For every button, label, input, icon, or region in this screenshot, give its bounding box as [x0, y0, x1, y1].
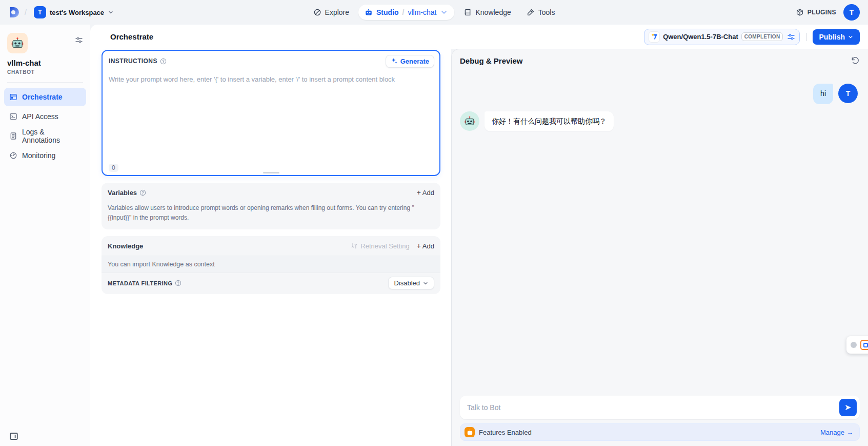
user-message-bubble: hi	[813, 84, 833, 104]
workspace-avatar: T	[34, 6, 46, 18]
metadata-filtering-select[interactable]: Disabled	[388, 277, 434, 289]
breadcrumb-separator: /	[25, 8, 27, 16]
chat-input-container	[460, 396, 860, 419]
app-name: vllm-chat	[7, 59, 83, 67]
divider	[7, 82, 83, 83]
chat-input[interactable]	[467, 403, 839, 412]
logs-icon	[9, 132, 17, 140]
app-type-label: CHATBOT	[7, 69, 83, 75]
publish-button[interactable]: Publish	[813, 29, 860, 45]
explore-icon	[313, 8, 321, 16]
plus-icon: +	[417, 189, 421, 196]
add-label: Add	[422, 242, 434, 250]
nav-knowledge-label: Knowledge	[475, 8, 511, 16]
api-access-icon	[9, 112, 17, 121]
extension-dot-icon	[851, 342, 857, 348]
nav-tools-label: Tools	[538, 8, 555, 16]
bot-message-bubble: 你好！有什么问题我可以帮助你吗？	[485, 111, 614, 132]
send-button[interactable]	[839, 399, 857, 416]
debug-preview-title: Debug & Preview	[460, 56, 523, 65]
nav-explore-label: Explore	[325, 8, 349, 16]
instructions-editor[interactable]: Write your prompt word here, enter '{' t…	[103, 69, 439, 175]
help-icon[interactable]	[139, 189, 146, 196]
sidebar-item-orchestrate[interactable]: Orchestrate	[4, 88, 86, 106]
extension-icon[interactable]	[860, 340, 868, 350]
sidebar-item-api-access[interactable]: API Access	[4, 107, 86, 126]
orchestrate-config-column: INSTRUCTIONS Generate Write your prompt …	[90, 49, 451, 446]
instructions-panel: INSTRUCTIONS Generate Write your prompt …	[102, 50, 440, 176]
add-variable-button[interactable]: + Add	[417, 189, 434, 197]
sidebar-item-logs-annotations[interactable]: Logs & Annotations	[4, 127, 86, 145]
browser-extension-widget[interactable]	[846, 336, 868, 354]
variables-title: Variables	[108, 189, 137, 197]
chevron-down-icon[interactable]	[440, 8, 448, 16]
metadata-filtering-row: METADATA FILTERING Disabled	[102, 273, 440, 294]
chat-message-list: hi T 你好！有什么问题我可以帮助你吗？	[452, 65, 868, 131]
variables-description: Variables allow users to introduce promp…	[102, 202, 430, 229]
chevron-down-icon	[108, 9, 114, 15]
app-icon[interactable]	[7, 33, 28, 53]
nav-knowledge[interactable]: Knowledge	[457, 5, 517, 20]
workspace-name: test's Workspace	[50, 9, 104, 16]
plugins-label: PLUGINS	[808, 9, 836, 16]
manage-features-link[interactable]: Manage →	[820, 429, 853, 436]
dify-logo-icon[interactable]	[8, 6, 21, 18]
sidebar: vllm-chat CHATBOT Orchestrate API Access…	[0, 25, 90, 446]
sidebar-item-label: Logs & Annotations	[22, 128, 81, 144]
plugins-button[interactable]: PLUGINS	[796, 8, 836, 16]
nav-explore[interactable]: Explore	[307, 5, 355, 20]
nav-tools[interactable]: Tools	[520, 5, 561, 20]
plugins-icon	[796, 8, 804, 16]
restart-conversation-icon[interactable]	[851, 56, 860, 65]
debug-preview-panel: Debug & Preview hi T 你好！有什么问题我可以帮助你吗？ Fe…	[451, 49, 868, 446]
studio-robot-icon	[365, 8, 373, 16]
help-icon[interactable]	[175, 280, 181, 286]
resize-handle[interactable]	[263, 172, 279, 173]
sidebar-item-label: Orchestrate	[22, 93, 63, 101]
features-bar: Features Enabled Manage →	[460, 423, 860, 441]
chevron-down-icon	[847, 34, 854, 40]
retrieval-setting-label: Retrieval Setting	[360, 242, 409, 250]
page-header: Orchestrate Qwen/Qwen1.5-7B-Chat COMPLET…	[90, 25, 868, 49]
model-mode-badge: COMPLETION	[741, 32, 783, 41]
metadata-filtering-value: Disabled	[394, 279, 420, 287]
main-nav: Explore Studio / vllm-chat Knowledge Too…	[307, 0, 561, 25]
generate-label: Generate	[400, 57, 429, 65]
knowledge-title: Knowledge	[108, 242, 143, 250]
chat-message-user: hi T	[460, 84, 858, 104]
arrow-right-icon: →	[846, 429, 853, 436]
user-avatar[interactable]: T	[843, 4, 860, 21]
workspace-selector[interactable]: T test's Workspace	[31, 4, 117, 21]
model-config-icon[interactable]	[787, 33, 795, 41]
model-selector[interactable]: Qwen/Qwen1.5-7B-Chat COMPLETION	[644, 29, 800, 45]
collapse-sidebar-icon[interactable]	[9, 432, 18, 441]
add-label: Add	[422, 189, 434, 197]
tools-icon	[527, 8, 535, 16]
bot-avatar	[460, 111, 479, 131]
retrieval-setting-icon	[351, 242, 358, 249]
knowledge-description: You can import Knowledge as context	[102, 256, 440, 273]
manage-label: Manage	[820, 429, 844, 436]
model-name: Qwen/Qwen1.5-7B-Chat	[663, 33, 738, 41]
add-knowledge-button[interactable]: + Add	[417, 242, 434, 250]
orchestrate-icon	[9, 93, 17, 101]
divider	[806, 33, 806, 41]
generate-button[interactable]: Generate	[386, 55, 434, 68]
retrieval-setting-button[interactable]: Retrieval Setting	[351, 242, 409, 250]
help-icon[interactable]	[160, 58, 167, 65]
publish-label: Publish	[819, 33, 845, 41]
chevron-down-icon	[422, 280, 429, 286]
sidebar-item-label: API Access	[22, 112, 58, 121]
nav-studio-label: Studio	[376, 8, 399, 16]
nav-studio-app[interactable]: vllm-chat	[408, 8, 436, 16]
studio-separator: /	[402, 8, 405, 16]
char-count-badge: 0	[109, 164, 118, 172]
chat-message-bot: 你好！有什么问题我可以帮助你吗？	[460, 111, 858, 132]
metadata-filtering-title: METADATA FILTERING	[108, 280, 172, 286]
knowledge-icon	[463, 8, 472, 16]
sparkle-icon	[391, 57, 398, 65]
instructions-title: INSTRUCTIONS	[109, 57, 157, 65]
app-settings-icon[interactable]	[75, 36, 83, 44]
nav-studio[interactable]: Studio / vllm-chat	[358, 5, 454, 20]
sidebar-item-monitoring[interactable]: Monitoring	[4, 146, 86, 165]
